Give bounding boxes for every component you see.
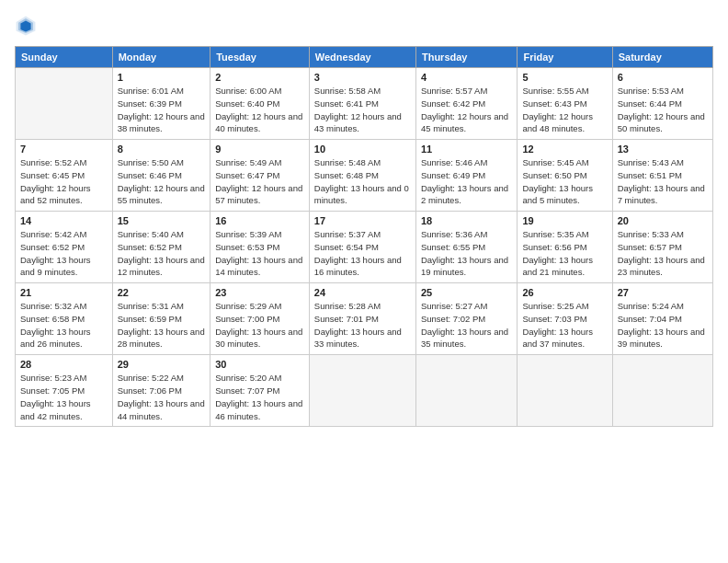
day-cell: 6 Sunrise: 5:53 AMSunset: 6:44 PMDayligh… (612, 68, 712, 140)
day-detail: Sunrise: 5:48 AMSunset: 6:48 PMDaylight:… (314, 156, 411, 207)
day-cell: 5 Sunrise: 5:55 AMSunset: 6:43 PMDayligh… (518, 68, 612, 140)
day-detail: Sunrise: 5:36 AMSunset: 6:55 PMDaylight:… (421, 228, 512, 279)
day-cell: 27 Sunrise: 5:24 AMSunset: 7:04 PMDaylig… (612, 283, 712, 355)
week-row-1: 1 Sunrise: 6:01 AMSunset: 6:39 PMDayligh… (16, 68, 713, 140)
day-cell: 13 Sunrise: 5:43 AMSunset: 6:51 PMDaylig… (612, 140, 712, 212)
week-row-5: 28 Sunrise: 5:23 AMSunset: 7:05 PMDaylig… (16, 355, 713, 427)
day-number: 13 (618, 144, 708, 155)
header-row: SundayMondayTuesdayWednesdayThursdayFrid… (16, 47, 713, 68)
day-detail: Sunrise: 5:42 AMSunset: 6:52 PMDaylight:… (20, 228, 108, 279)
day-detail: Sunrise: 5:31 AMSunset: 6:59 PMDaylight:… (118, 300, 206, 350)
day-number: 1 (118, 72, 206, 83)
day-cell: 21 Sunrise: 5:32 AMSunset: 6:58 PMDaylig… (16, 283, 113, 355)
day-number: 28 (20, 359, 108, 370)
day-cell: 20 Sunrise: 5:33 AMSunset: 6:57 PMDaylig… (612, 212, 712, 283)
day-number: 10 (314, 144, 411, 155)
col-header-wednesday: Wednesday (309, 47, 415, 68)
day-cell: 22 Sunrise: 5:31 AMSunset: 6:59 PMDaylig… (112, 283, 210, 355)
day-cell: 10 Sunrise: 5:48 AMSunset: 6:48 PMDaylig… (309, 140, 415, 212)
day-cell: 7 Sunrise: 5:52 AMSunset: 6:45 PMDayligh… (16, 140, 113, 212)
col-header-tuesday: Tuesday (210, 47, 310, 68)
day-number: 21 (20, 287, 108, 298)
day-cell: 26 Sunrise: 5:25 AMSunset: 7:03 PMDaylig… (518, 283, 612, 355)
day-detail: Sunrise: 5:43 AMSunset: 6:51 PMDaylight:… (618, 156, 708, 207)
day-cell: 16 Sunrise: 5:39 AMSunset: 6:53 PMDaylig… (210, 212, 310, 283)
day-detail: Sunrise: 5:45 AMSunset: 6:50 PMDaylight:… (522, 156, 607, 207)
day-number: 4 (421, 72, 512, 83)
day-detail: Sunrise: 5:25 AMSunset: 7:03 PMDaylight:… (522, 300, 607, 350)
day-cell: 9 Sunrise: 5:49 AMSunset: 6:47 PMDayligh… (210, 140, 310, 212)
day-cell: 30 Sunrise: 5:20 AMSunset: 7:07 PMDaylig… (210, 355, 310, 427)
day-detail: Sunrise: 5:28 AMSunset: 7:01 PMDaylight:… (314, 300, 411, 350)
day-number: 2 (215, 72, 304, 83)
day-number: 23 (215, 287, 304, 298)
day-number: 17 (314, 215, 411, 226)
day-cell: 19 Sunrise: 5:35 AMSunset: 6:56 PMDaylig… (518, 212, 612, 283)
col-header-sunday: Sunday (16, 47, 113, 68)
day-detail: Sunrise: 5:49 AMSunset: 6:47 PMDaylight:… (215, 156, 304, 207)
day-cell: 8 Sunrise: 5:50 AMSunset: 6:46 PMDayligh… (112, 140, 210, 212)
day-number: 26 (522, 287, 607, 298)
col-header-friday: Friday (518, 47, 612, 68)
day-number: 9 (215, 144, 304, 155)
day-cell: 18 Sunrise: 5:36 AMSunset: 6:55 PMDaylig… (415, 212, 517, 283)
day-cell: 1 Sunrise: 6:01 AMSunset: 6:39 PMDayligh… (112, 68, 210, 140)
day-detail: Sunrise: 5:33 AMSunset: 6:57 PMDaylight:… (618, 228, 708, 279)
week-row-3: 14 Sunrise: 5:42 AMSunset: 6:52 PMDaylig… (16, 212, 713, 283)
day-detail: Sunrise: 5:53 AMSunset: 6:44 PMDaylight:… (618, 85, 708, 135)
day-cell (415, 355, 517, 427)
calendar-table: SundayMondayTuesdayWednesdayThursdayFrid… (15, 46, 713, 427)
col-header-thursday: Thursday (415, 47, 517, 68)
day-detail: Sunrise: 5:46 AMSunset: 6:49 PMDaylight:… (421, 156, 512, 207)
day-detail: Sunrise: 5:35 AMSunset: 6:56 PMDaylight:… (522, 228, 607, 279)
day-detail: Sunrise: 5:39 AMSunset: 6:53 PMDaylight:… (215, 228, 304, 279)
day-detail: Sunrise: 6:01 AMSunset: 6:39 PMDaylight:… (118, 85, 206, 135)
day-detail: Sunrise: 5:20 AMSunset: 7:07 PMDaylight:… (215, 372, 304, 422)
day-detail: Sunrise: 5:32 AMSunset: 6:58 PMDaylight:… (20, 300, 108, 350)
day-detail: Sunrise: 5:22 AMSunset: 7:06 PMDaylight:… (118, 372, 206, 422)
day-detail: Sunrise: 5:29 AMSunset: 7:00 PMDaylight:… (215, 300, 304, 350)
day-detail: Sunrise: 5:40 AMSunset: 6:52 PMDaylight:… (118, 228, 206, 279)
day-detail: Sunrise: 5:27 AMSunset: 7:02 PMDaylight:… (421, 300, 512, 350)
day-number: 14 (20, 215, 108, 226)
day-cell (16, 68, 113, 140)
day-detail: Sunrise: 5:57 AMSunset: 6:42 PMDaylight:… (421, 85, 512, 135)
day-number: 8 (118, 144, 206, 155)
day-cell: 17 Sunrise: 5:37 AMSunset: 6:54 PMDaylig… (309, 212, 415, 283)
day-number: 5 (522, 72, 607, 83)
day-detail: Sunrise: 5:52 AMSunset: 6:45 PMDaylight:… (20, 156, 108, 207)
col-header-monday: Monday (112, 47, 210, 68)
col-header-saturday: Saturday (612, 47, 712, 68)
day-number: 22 (118, 287, 206, 298)
day-number: 29 (118, 359, 206, 370)
day-cell (612, 355, 712, 427)
day-cell: 3 Sunrise: 5:58 AMSunset: 6:41 PMDayligh… (309, 68, 415, 140)
logo-icon (15, 15, 37, 37)
day-number: 18 (421, 215, 512, 226)
day-number: 11 (421, 144, 512, 155)
day-cell: 28 Sunrise: 5:23 AMSunset: 7:05 PMDaylig… (16, 355, 113, 427)
day-cell (309, 355, 415, 427)
day-detail: Sunrise: 5:55 AMSunset: 6:43 PMDaylight:… (522, 85, 607, 135)
day-cell: 15 Sunrise: 5:40 AMSunset: 6:52 PMDaylig… (112, 212, 210, 283)
day-number: 16 (215, 215, 304, 226)
day-cell: 29 Sunrise: 5:22 AMSunset: 7:06 PMDaylig… (112, 355, 210, 427)
day-number: 6 (618, 72, 708, 83)
day-detail: Sunrise: 5:23 AMSunset: 7:05 PMDaylight:… (20, 372, 108, 422)
day-detail: Sunrise: 5:37 AMSunset: 6:54 PMDaylight:… (314, 228, 411, 279)
day-number: 30 (215, 359, 304, 370)
day-number: 24 (314, 287, 411, 298)
day-number: 19 (522, 215, 607, 226)
day-detail: Sunrise: 5:50 AMSunset: 6:46 PMDaylight:… (118, 156, 206, 207)
day-cell: 12 Sunrise: 5:45 AMSunset: 6:50 PMDaylig… (518, 140, 612, 212)
day-number: 20 (618, 215, 708, 226)
header (15, 15, 713, 37)
week-row-4: 21 Sunrise: 5:32 AMSunset: 6:58 PMDaylig… (16, 283, 713, 355)
day-cell: 14 Sunrise: 5:42 AMSunset: 6:52 PMDaylig… (16, 212, 113, 283)
day-cell: 25 Sunrise: 5:27 AMSunset: 7:02 PMDaylig… (415, 283, 517, 355)
day-cell: 2 Sunrise: 6:00 AMSunset: 6:40 PMDayligh… (210, 68, 310, 140)
day-number: 7 (20, 144, 108, 155)
day-detail: Sunrise: 6:00 AMSunset: 6:40 PMDaylight:… (215, 85, 304, 135)
week-row-2: 7 Sunrise: 5:52 AMSunset: 6:45 PMDayligh… (16, 140, 713, 212)
day-cell (518, 355, 612, 427)
